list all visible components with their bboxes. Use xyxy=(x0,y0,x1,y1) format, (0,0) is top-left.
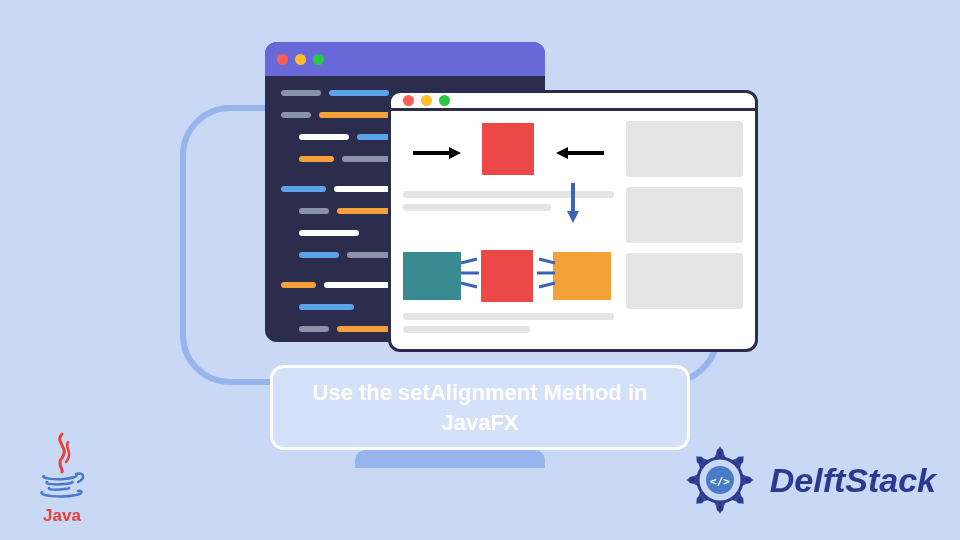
svg-point-22 xyxy=(697,458,702,463)
delftstack-logo: </> DelftStack xyxy=(682,442,936,518)
svg-line-8 xyxy=(461,283,477,287)
traffic-light-red-icon xyxy=(403,95,414,106)
alignment-target-center xyxy=(481,250,533,302)
delft-mandala-icon: </> xyxy=(682,442,758,518)
placeholder-bar xyxy=(403,326,530,333)
arrow-left-icon xyxy=(556,145,606,161)
browser-sidebar xyxy=(626,121,743,339)
sidebar-block xyxy=(626,187,743,243)
svg-point-19 xyxy=(717,506,722,511)
svg-line-9 xyxy=(539,259,555,263)
placeholder-bar xyxy=(403,191,614,198)
svg-point-17 xyxy=(745,478,750,483)
svg-point-21 xyxy=(689,478,694,483)
svg-marker-3 xyxy=(556,147,568,159)
traffic-light-red-icon xyxy=(277,54,288,65)
svg-line-6 xyxy=(461,259,477,263)
placeholder-bar xyxy=(403,204,551,211)
browser-main-content xyxy=(403,121,614,339)
sidebar-block xyxy=(626,121,743,177)
traffic-light-yellow-icon xyxy=(421,95,432,106)
alignment-block-right xyxy=(553,252,611,300)
svg-text:</>: </> xyxy=(710,475,730,488)
alignment-block-left xyxy=(403,252,461,300)
burst-right-icon xyxy=(459,257,481,289)
placeholder-bar xyxy=(403,313,614,320)
traffic-light-yellow-icon xyxy=(295,54,306,65)
svg-marker-5 xyxy=(567,211,579,223)
arrow-down-icon xyxy=(565,181,581,223)
alignment-target-top xyxy=(482,123,534,175)
java-logo-icon xyxy=(34,432,90,500)
java-logo-label: Java xyxy=(22,506,102,526)
browser-window xyxy=(388,90,758,352)
code-titlebar xyxy=(265,42,545,76)
sidebar-block xyxy=(626,253,743,309)
svg-point-18 xyxy=(737,498,742,503)
java-logo: Java xyxy=(22,432,102,526)
monitor-stand-base xyxy=(355,450,545,468)
browser-body xyxy=(391,111,755,349)
traffic-light-green-icon xyxy=(313,54,324,65)
svg-point-20 xyxy=(697,498,702,503)
arrow-right-icon xyxy=(411,145,461,161)
svg-marker-1 xyxy=(449,147,461,159)
browser-titlebar xyxy=(391,93,755,111)
traffic-light-green-icon xyxy=(439,95,450,106)
delftstack-logo-label: DelftStack xyxy=(770,461,936,500)
page-title: Use the setAlignment Method in JavaFX xyxy=(270,365,690,450)
svg-point-15 xyxy=(717,450,722,455)
svg-line-11 xyxy=(539,283,555,287)
burst-left-icon xyxy=(535,257,557,289)
svg-point-16 xyxy=(737,458,742,463)
